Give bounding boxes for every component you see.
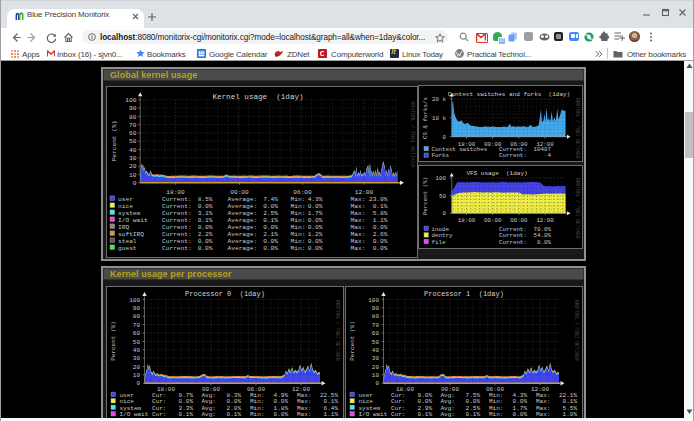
svg-text:3.1%: 3.1% (198, 210, 213, 217)
svg-text:90: 90 (129, 105, 137, 112)
svg-text:31: 31 (199, 51, 205, 56)
svg-text:0.0%: 0.0% (198, 245, 213, 252)
svg-text:5.8%: 5.8% (373, 210, 388, 217)
svg-text:1.0%: 1.0% (562, 411, 577, 418)
svg-text:0.0%: 0.0% (263, 203, 278, 210)
svg-text:00:00: 00:00 (484, 216, 502, 223)
svg-text:Current:: Current: (499, 152, 527, 159)
svg-text:Percent (%): Percent (%) (422, 176, 429, 214)
svg-text:Current:: Current: (162, 203, 192, 210)
svg-text:06:00: 06:00 (510, 216, 528, 223)
svg-text:70: 70 (371, 321, 379, 328)
svg-text:Current:: Current: (162, 245, 192, 252)
svg-text:0.0%: 0.0% (198, 224, 213, 231)
svg-text:50: 50 (439, 192, 446, 199)
svg-text:Min:: Min: (291, 238, 306, 245)
svg-text:I/O wait: I/O wait (120, 411, 149, 418)
svg-text:90: 90 (371, 305, 379, 312)
svg-text:20: 20 (129, 163, 137, 170)
svg-text:IRQ: IRQ (118, 224, 129, 231)
svg-text:I/O wait: I/O wait (118, 217, 148, 224)
svg-text:0.0%: 0.0% (373, 238, 388, 245)
svg-text:100: 100 (129, 296, 140, 303)
svg-text:Current:: Current: (162, 224, 192, 231)
svg-text:90: 90 (133, 305, 141, 312)
svg-text:0.0%: 0.0% (373, 245, 388, 252)
svg-text:Avg:: Avg: (440, 411, 454, 418)
svg-text:Cur:: Cur: (391, 411, 405, 418)
svg-text:0.0%: 0.0% (537, 238, 551, 245)
svg-text:RRDTOOL / TOBI OETIKER: RRDTOOL / TOBI OETIKER (575, 178, 580, 239)
svg-text:0: 0 (375, 380, 379, 387)
svg-text:50: 50 (371, 338, 379, 345)
svg-text:0.0%: 0.0% (274, 411, 289, 418)
svg-text:1.2%: 1.2% (308, 231, 323, 238)
svg-text:0.0%: 0.0% (308, 238, 323, 245)
svg-text:Min:: Min: (291, 217, 306, 224)
svg-text:7.4%: 7.4% (263, 196, 278, 203)
svg-text:18:00: 18:00 (458, 216, 476, 223)
svg-text:Max:: Max: (351, 224, 366, 231)
svg-text:Current:: Current: (162, 231, 192, 238)
svg-text:Average:: Average: (228, 231, 258, 238)
svg-text:RRDTOOL / TOBI OETIKER: RRDTOOL / TOBI OETIKER (335, 300, 340, 361)
svg-text:Average:: Average: (228, 245, 258, 252)
svg-text:0.0%: 0.0% (373, 224, 388, 231)
svg-text:Max:: Max: (351, 210, 366, 217)
svg-text:Current:: Current: (162, 196, 192, 203)
svg-text:VFS usage (1day): VFS usage (1day) (466, 169, 527, 176)
svg-text:Max:: Max: (297, 411, 311, 418)
svg-text:RRDTOOL / TOBI OETIKER: RRDTOOL / TOBI OETIKER (574, 300, 579, 361)
svg-text:Cur:: Cur: (152, 411, 166, 418)
svg-text:0.1%: 0.1% (465, 411, 480, 418)
svg-text:Forks: Forks (432, 152, 449, 159)
svg-text:Max:: Max: (351, 196, 366, 203)
svg-text:0.1%: 0.1% (198, 217, 213, 224)
svg-text:60: 60 (371, 330, 379, 337)
svg-text:Current:: Current: (162, 217, 192, 224)
svg-text:Average:: Average: (228, 224, 258, 231)
svg-text:Percent (%): Percent (%) (349, 321, 356, 361)
svg-text:30: 30 (129, 155, 137, 162)
svg-text:20: 20 (371, 363, 379, 370)
svg-text:0.0%: 0.0% (198, 238, 213, 245)
svg-text:0.1%: 0.1% (227, 411, 242, 418)
svg-text:0: 0 (133, 180, 137, 187)
svg-text:40: 40 (129, 147, 137, 154)
svg-text:Current:: Current: (499, 238, 527, 245)
svg-text:70: 70 (133, 321, 141, 328)
svg-text:Min:: Min: (291, 224, 306, 231)
svg-text:10: 10 (133, 372, 141, 379)
svg-text:Max:: Max: (351, 231, 366, 238)
svg-text:2.6%: 2.6% (373, 231, 388, 238)
svg-text:10: 10 (371, 372, 379, 379)
svg-text:40: 40 (371, 346, 379, 353)
svg-text:1.1%: 1.1% (324, 411, 339, 418)
svg-text:Max:: Max: (351, 238, 366, 245)
svg-text:Max:: Max: (351, 245, 366, 252)
svg-text:Min:: Min: (489, 411, 503, 418)
svg-text:nice: nice (118, 203, 133, 210)
svg-text:2.2%: 2.2% (198, 231, 213, 238)
svg-text:80: 80 (371, 313, 379, 320)
svg-text:Percent (%): Percent (%) (110, 321, 117, 361)
svg-text:0.0%: 0.0% (263, 245, 278, 252)
svg-text:0.0%: 0.0% (263, 238, 278, 245)
svg-text:0.0%: 0.0% (308, 217, 323, 224)
svg-text:0.1%: 0.1% (263, 217, 278, 224)
svg-text:0: 0 (443, 133, 447, 140)
svg-text:system: system (118, 210, 141, 217)
svg-text:40: 40 (133, 346, 141, 353)
svg-text:Average:: Average: (228, 203, 258, 210)
svg-text:Average:: Average: (228, 196, 258, 203)
svg-text:steal: steal (118, 238, 137, 245)
svg-text:RRDTOOL / TOBI OETIKER: RRDTOOL / TOBI OETIKER (575, 98, 580, 159)
svg-text:0.0%: 0.0% (308, 224, 323, 231)
svg-text:30: 30 (133, 355, 141, 362)
svg-text:user: user (118, 196, 133, 203)
svg-text:Average:: Average: (228, 238, 258, 245)
svg-text:0.0%: 0.0% (308, 203, 323, 210)
svg-text:2.1%: 2.1% (263, 231, 278, 238)
svg-text:Max:: Max: (536, 411, 550, 418)
svg-text:CS & forks/s: CS & forks/s (422, 97, 429, 139)
